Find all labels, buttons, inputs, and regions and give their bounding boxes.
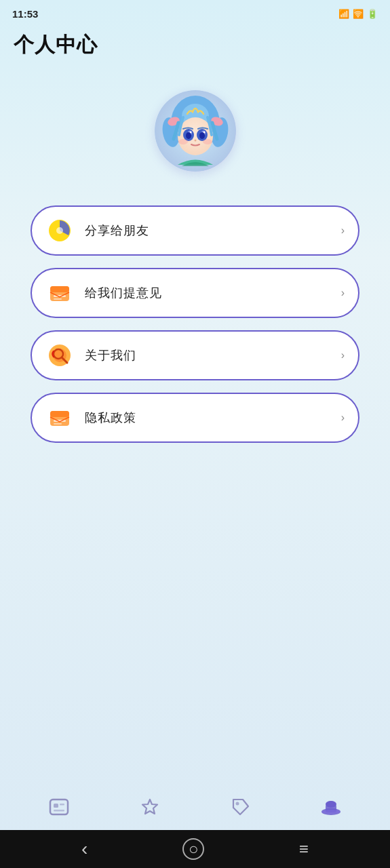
header: 个人中心 — [0, 24, 390, 63]
signal-icon: 📶 — [338, 9, 349, 19]
svg-rect-22 — [50, 286, 69, 292]
svg-rect-33 — [50, 800, 68, 814]
wifi-icon: 🛜 — [353, 9, 364, 19]
svg-point-20 — [56, 227, 63, 234]
svg-point-41 — [321, 810, 340, 814]
share-arrow: › — [341, 224, 345, 237]
page-title: 个人中心 — [14, 31, 376, 59]
svg-rect-32 — [54, 423, 62, 425]
tags-nav-icon — [228, 794, 252, 818]
avatar[interactable] — [155, 90, 236, 172]
avatar-section — [0, 63, 390, 205]
svg-point-40 — [326, 801, 336, 808]
svg-point-7 — [178, 117, 213, 155]
svg-point-18 — [203, 139, 212, 144]
favorites-nav-icon — [138, 794, 162, 818]
svg-rect-34 — [54, 804, 58, 808]
menu-section: 分享给朋友 › 给我们提意见 › — [0, 205, 390, 443]
share-icon — [45, 216, 74, 245]
about-label: 关于我们 — [85, 347, 341, 363]
privacy-icon — [45, 403, 74, 432]
svg-rect-36 — [60, 804, 64, 806]
feedback-arrow: › — [341, 287, 345, 299]
home-button[interactable]: ○ — [182, 838, 204, 860]
share-menu-item[interactable]: 分享给朋友 › — [31, 205, 359, 256]
privacy-menu-item[interactable]: 隐私政策 › — [31, 393, 359, 443]
feedback-menu-item[interactable]: 给我们提意见 › — [31, 268, 359, 318]
privacy-label: 隐私政策 — [85, 410, 341, 426]
svg-point-37 — [236, 802, 239, 806]
profile-nav-icon — [319, 794, 343, 818]
bottom-nav — [0, 783, 390, 830]
privacy-arrow: › — [341, 412, 345, 424]
share-label: 分享给朋友 — [85, 222, 341, 239]
feedback-label: 给我们提意见 — [85, 285, 341, 301]
nav-profile[interactable] — [311, 788, 351, 825]
home-nav-icon — [47, 794, 71, 818]
svg-rect-24 — [54, 298, 62, 300]
feedback-icon — [45, 279, 74, 307]
status-time: 11:53 — [12, 8, 38, 20]
avatar-image — [155, 90, 236, 172]
svg-point-15 — [199, 132, 205, 139]
about-menu-item[interactable]: 关于我们 › — [31, 330, 359, 380]
nav-tags[interactable] — [220, 788, 260, 825]
svg-point-16 — [194, 140, 196, 142]
status-icons: 📶 🛜 🔋 — [338, 9, 378, 19]
svg-rect-35 — [54, 810, 64, 812]
nav-favorites[interactable] — [130, 788, 170, 825]
status-bar: 11:53 📶 🛜 🔋 — [0, 0, 390, 24]
about-arrow: › — [341, 349, 345, 361]
nav-home[interactable] — [39, 788, 79, 825]
battery-icon: 🔋 — [367, 9, 378, 19]
svg-point-17 — [178, 139, 188, 144]
menu-button[interactable]: ≡ — [286, 834, 322, 864]
back-button[interactable]: ‹ — [68, 833, 101, 865]
system-nav-bar: ‹ ○ ≡ — [0, 830, 390, 868]
svg-rect-30 — [50, 411, 69, 417]
about-icon — [45, 341, 74, 370]
svg-point-14 — [186, 132, 191, 139]
